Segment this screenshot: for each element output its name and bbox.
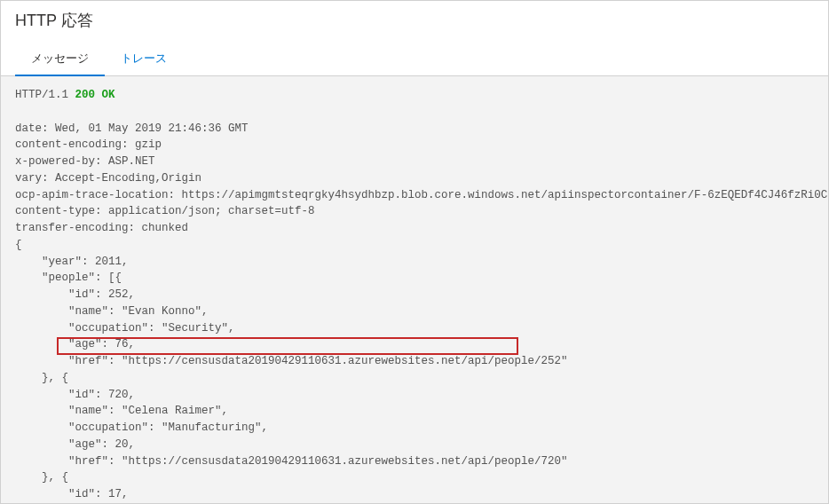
body-line: "age": 76, (15, 338, 135, 350)
header-trace-location: ocp-apim-trace-location: https://apimgmt… (15, 189, 828, 201)
body-line: }, { (15, 372, 68, 384)
body-line: "id": 252, (15, 288, 135, 301)
body-line: "people": [{ (15, 272, 122, 284)
panel-title: HTTP 応答 (1, 1, 828, 35)
http-response-panel: HTTP 応答 メッセージ トレース HTTP/1.1 200 OK date:… (0, 0, 829, 504)
body-line: }, { (15, 471, 68, 484)
body-line: "occupation": "Manufacturing", (15, 421, 268, 434)
body-line: "href": "https://censusdata2019042911063… (15, 455, 568, 468)
http-protocol: HTTP/1.1 (15, 89, 68, 101)
header-transfer-encoding: transfer-encoding: chunked (15, 222, 188, 234)
body-line: "href": "https://censusdata2019042911063… (15, 355, 568, 367)
body-line: "occupation": "Security", (15, 322, 235, 335)
body-line: "age": 20, (15, 438, 135, 451)
header-content-type: content-type: application/json; charset=… (15, 205, 315, 217)
body-line: "name": "Evan Konno", (15, 305, 209, 318)
body-line: "id": 720, (15, 389, 135, 401)
tab-trace[interactable]: トレース (105, 42, 183, 75)
header-date: date: Wed, 01 May 2019 21:46:36 GMT (15, 122, 249, 135)
header-x-powered-by: x-powered-by: ASP.NET (15, 155, 155, 168)
body-line: "name": "Celena Raimer", (15, 405, 228, 417)
header-content-encoding: content-encoding: gzip (15, 138, 162, 151)
tab-message[interactable]: メッセージ (15, 42, 105, 75)
body-line: { (15, 239, 22, 251)
body-line: "year": 2011, (15, 256, 129, 268)
body-line: "id": 17, (15, 488, 129, 500)
tabs: メッセージ トレース (1, 42, 828, 76)
http-status: 200 OK (75, 89, 115, 101)
response-body: HTTP/1.1 200 OK date: Wed, 01 May 2019 2… (1, 76, 828, 504)
header-vary: vary: Accept-Encoding,Origin (15, 172, 201, 185)
